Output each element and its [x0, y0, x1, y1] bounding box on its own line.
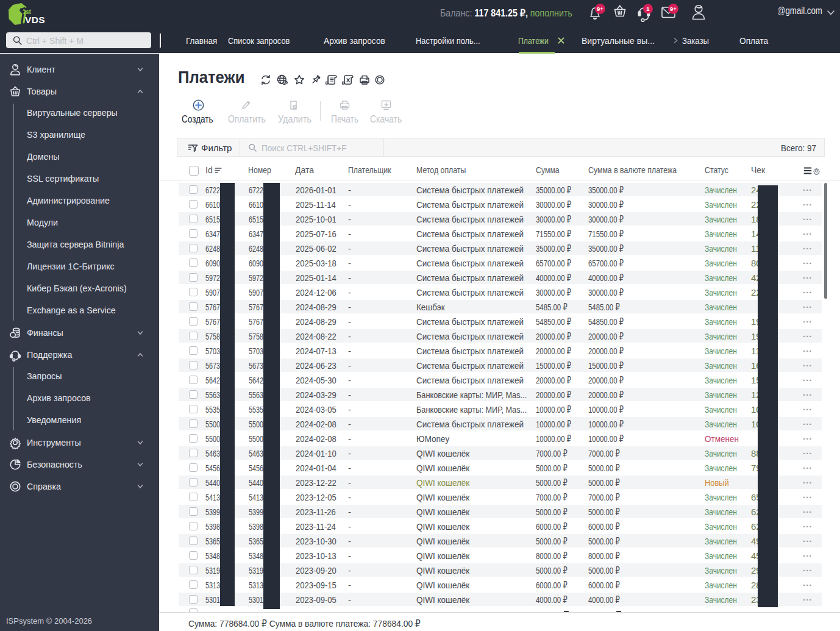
- svg-text:9+: 9+: [597, 5, 603, 12]
- svg-text:VDS: VDS: [25, 15, 45, 25]
- svg-text:1: 1: [646, 5, 650, 12]
- svg-text:9+: 9+: [670, 5, 677, 12]
